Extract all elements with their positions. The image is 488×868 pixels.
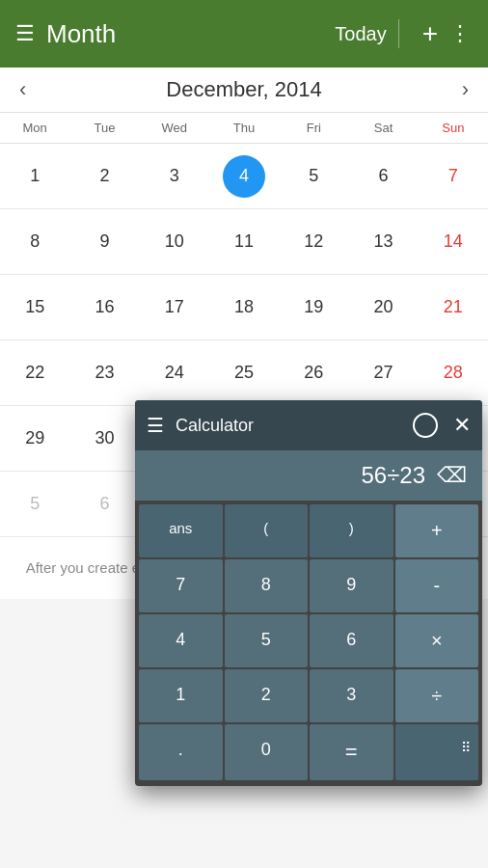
calc-button-5[interactable]: 5 [225, 614, 309, 667]
calc-button-[interactable]: × [395, 614, 479, 667]
calc-button-7[interactable]: 7 [139, 559, 223, 612]
calendar-day[interactable]: 12 [304, 209, 323, 274]
calendar-day[interactable]: 11 [234, 209, 254, 274]
calc-row: 789- [139, 559, 478, 612]
calendar-day[interactable]: 20 [374, 275, 393, 339]
calendar-cell-wrap: 4 [209, 144, 279, 208]
calendar-day[interactable]: 3 [170, 144, 179, 208]
calendar-day[interactable]: 30 [95, 406, 114, 471]
calc-button-4[interactable]: 4 [139, 614, 223, 667]
calendar-day[interactable]: 5 [30, 472, 40, 536]
next-month-button[interactable]: › [462, 77, 469, 102]
calculator-overlay: ☰ Calculator ✕ 56÷23 ⌫ ans()+789-456×123… [135, 400, 482, 786]
menu-icon[interactable]: ☰ [15, 21, 35, 46]
calendar-cell-wrap: 29 [0, 406, 69, 471]
prev-month-button[interactable]: ‹ [19, 77, 26, 102]
calendar-cell-wrap: 13 [348, 209, 418, 274]
calc-button-[interactable]: ( [225, 504, 309, 557]
day-header-sun: Sun [419, 113, 488, 143]
calendar-nav: ‹ December, 2014 › [0, 68, 488, 113]
calendar-day[interactable]: 26 [304, 340, 323, 405]
calculator-buttons: ans()+789-456×123÷.0=⠿ [135, 501, 482, 786]
calendar-day[interactable]: 1 [30, 144, 40, 208]
calc-button-[interactable]: ⠿ [395, 724, 479, 780]
calc-button-[interactable]: + [395, 504, 479, 557]
calendar-day[interactable]: 13 [374, 209, 393, 274]
calc-button-2[interactable]: 2 [225, 669, 309, 722]
calendar-day[interactable]: 29 [25, 406, 44, 471]
calendar-cell-wrap: 2 [69, 144, 139, 208]
calc-button-[interactable]: . [139, 724, 223, 780]
calendar-cell-wrap: 27 [348, 340, 418, 405]
calendar-cell-wrap: 19 [279, 275, 348, 339]
calc-button-1[interactable]: 1 [139, 669, 223, 722]
day-header-tue: Tue [69, 113, 139, 143]
calendar-day[interactable]: 18 [234, 275, 254, 339]
calendar-cell-wrap: 12 [279, 209, 348, 274]
calculator-title: Calculator [176, 416, 413, 436]
calendar-cell-wrap: 28 [419, 340, 488, 405]
calendar-day[interactable]: 9 [99, 209, 109, 274]
calendar-cell-wrap: 21 [419, 275, 488, 339]
calc-close-button[interactable]: ✕ [453, 413, 471, 438]
calendar-cell-wrap: 5 [279, 144, 348, 208]
calc-row: .0=⠿ [139, 724, 478, 780]
header-title: Month [46, 19, 335, 49]
calendar-cell-wrap: 5 [0, 472, 69, 536]
add-event-button[interactable]: + [422, 18, 438, 49]
calendar-cell-wrap: 7 [419, 144, 488, 208]
calendar-day[interactable]: 4 [223, 155, 265, 198]
calc-button-0[interactable]: 0 [225, 724, 309, 780]
calendar-day[interactable]: 21 [444, 275, 463, 339]
calc-button-[interactable]: ) [310, 504, 393, 557]
calendar-day[interactable]: 6 [379, 144, 389, 208]
calc-button-8[interactable]: 8 [225, 559, 309, 612]
calendar-day[interactable]: 19 [304, 275, 323, 339]
calendar-day[interactable]: 10 [165, 209, 184, 274]
calendar-day[interactable]: 2 [99, 144, 109, 208]
calendar-day[interactable]: 5 [309, 144, 318, 208]
calculator-display: 56÷23 ⌫ [135, 450, 482, 501]
calc-button-9[interactable]: 9 [310, 559, 393, 612]
calc-row: 456× [139, 614, 478, 667]
calc-circle-button[interactable] [413, 413, 438, 438]
calc-button-[interactable]: - [395, 559, 479, 612]
calc-menu-icon[interactable]: ☰ [147, 414, 164, 437]
calendar-day[interactable]: 17 [165, 275, 184, 339]
calendar-day[interactable]: 23 [95, 340, 114, 405]
day-header-sat: Sat [348, 113, 418, 143]
calc-button-[interactable]: ÷ [395, 669, 479, 722]
calendar-day[interactable]: 24 [165, 340, 184, 405]
app-header: ☰ Month Today + ⋮ [0, 0, 488, 68]
calc-button-[interactable]: = [310, 724, 393, 780]
calendar-day[interactable]: 16 [95, 275, 114, 339]
calendar-day[interactable]: 25 [234, 340, 254, 405]
calc-button-6[interactable]: 6 [310, 614, 393, 667]
calendar-day[interactable]: 14 [444, 209, 463, 274]
calendar-day[interactable]: 6 [99, 472, 109, 536]
calc-backspace-button[interactable]: ⌫ [437, 463, 467, 488]
calendar-day[interactable]: 15 [25, 275, 44, 339]
today-button[interactable]: Today [335, 23, 386, 45]
calendar-cell-wrap: 16 [69, 275, 139, 339]
calendar-week-4: 22232425262728 [0, 340, 488, 406]
calendar-cell-wrap: 20 [348, 275, 418, 339]
more-options-button[interactable]: ⋮ [449, 21, 473, 46]
header-divider [398, 19, 399, 48]
calendar-day[interactable]: 27 [374, 340, 393, 405]
calendar-cell-wrap: 8 [0, 209, 69, 274]
day-header-fri: Fri [279, 113, 348, 143]
calc-button-3[interactable]: 3 [310, 669, 393, 722]
calendar-day[interactable]: 7 [448, 144, 458, 208]
calendar-cell-wrap: 23 [69, 340, 139, 405]
calc-button-ans[interactable]: ans [139, 504, 223, 557]
calendar-day[interactable]: 22 [25, 340, 44, 405]
calendar-week-2: 891011121314 [0, 209, 488, 275]
calendar-day[interactable]: 8 [30, 209, 40, 274]
day-header-mon: Mon [0, 113, 69, 143]
calendar-cell-wrap: 11 [209, 209, 279, 274]
calc-row: ans()+ [139, 504, 478, 557]
calendar-day[interactable]: 28 [444, 340, 463, 405]
day-header-thu: Thu [209, 113, 279, 143]
calendar-cell-wrap: 10 [140, 209, 209, 274]
